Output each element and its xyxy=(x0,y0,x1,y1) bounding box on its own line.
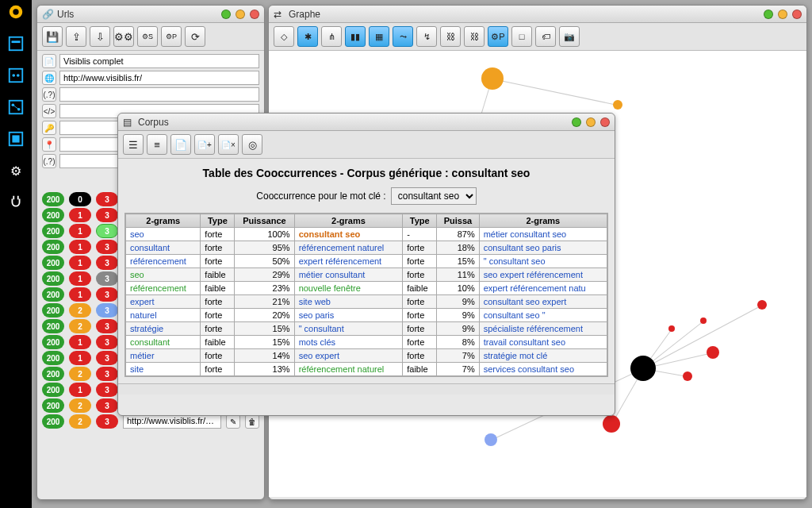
corpus-traffic-lights[interactable] xyxy=(572,117,610,127)
table-header[interactable]: 2-grams xyxy=(294,214,403,228)
table-row: siteforte13%référencement naturelfaible7… xyxy=(126,363,607,376)
graph-node[interactable] xyxy=(668,325,675,332)
table-cell[interactable]: consultant seo xyxy=(294,228,403,241)
graph-node[interactable] xyxy=(485,433,497,446)
link1-button[interactable]: ⤳ xyxy=(393,26,413,47)
table-cell[interactable]: " consultant xyxy=(294,322,403,336)
table-cell[interactable]: site web xyxy=(294,295,403,309)
table-cell[interactable]: services consultant seo xyxy=(479,363,607,376)
corpus-scrollbar[interactable] xyxy=(118,383,615,394)
table-cell[interactable]: seo expert référencement xyxy=(479,268,607,282)
page-button[interactable]: 📄 xyxy=(170,134,191,155)
link2-button[interactable]: ↯ xyxy=(416,26,437,47)
edit-button[interactable]: ✎ xyxy=(226,414,240,429)
panel-3-icon[interactable] xyxy=(7,98,25,116)
list-num-button[interactable]: ≡ xyxy=(147,134,167,155)
table-cell[interactable]: seo xyxy=(126,268,201,282)
graph-node[interactable] xyxy=(683,371,692,381)
chain1-button[interactable]: ⛓ xyxy=(440,26,461,47)
table-cell[interactable]: travail consultant seo xyxy=(479,336,607,349)
url-row[interactable]: 200 2 3 http://www.visiblis.fr/a... ✎🗑 xyxy=(42,414,259,429)
bars-button[interactable]: ▮▮ xyxy=(345,26,366,47)
table-cell[interactable]: métier xyxy=(126,349,201,363)
url-path: http://www.visiblis.fr/a... xyxy=(123,414,221,429)
shape-button[interactable]: ◇ xyxy=(274,26,294,47)
delete-button[interactable]: 🗑 xyxy=(245,414,259,429)
gears-s-button[interactable]: ⚙S xyxy=(137,26,158,47)
table-header[interactable]: Type xyxy=(201,214,235,228)
table-cell[interactable]: stratégie mot clé xyxy=(479,349,607,363)
regex-input[interactable] xyxy=(59,87,259,102)
cooccurrence-table-wrap[interactable]: 2-gramsTypePuissance2-gramsTypePuissa2-g… xyxy=(124,213,608,377)
tag-button[interactable]: 🏷 xyxy=(535,26,556,47)
table-cell[interactable]: expert référencement natu xyxy=(479,282,607,295)
table-cell[interactable]: seo expert xyxy=(294,349,403,363)
panel-4-icon[interactable] xyxy=(7,130,25,148)
table-cell[interactable]: expert référencement xyxy=(294,255,403,268)
table-cell[interactable]: métier consultant seo xyxy=(479,228,607,241)
camera-button[interactable]: 📷 xyxy=(559,26,580,47)
export-button[interactable]: ⇪ xyxy=(66,26,86,47)
gears-p-button[interactable]: ⚙P xyxy=(161,26,182,47)
table-cell[interactable]: consultant seo expert xyxy=(479,295,607,309)
graph-node[interactable] xyxy=(481,67,504,90)
table-cell[interactable]: site xyxy=(126,363,201,376)
refresh-button[interactable]: ⟳ xyxy=(185,26,205,47)
table-cell[interactable]: consultant seo paris xyxy=(479,241,607,255)
table-cell[interactable]: mots clés xyxy=(294,336,403,349)
table-cell[interactable]: stratégie xyxy=(126,322,201,336)
urls-titlebar[interactable]: 🔗 Urls xyxy=(37,6,264,23)
table-cell[interactable]: naturel xyxy=(126,309,201,322)
gear-icon[interactable]: ⚙ xyxy=(7,162,25,179)
graph-node[interactable] xyxy=(757,300,767,310)
target-button[interactable]: ◎ xyxy=(242,134,262,155)
corpus-titlebar[interactable]: ▤ Corpus xyxy=(118,114,615,131)
graph-node[interactable] xyxy=(707,346,719,359)
table-cell[interactable]: seo paris xyxy=(294,309,403,322)
table-cell[interactable]: nouvelle fenêtre xyxy=(294,282,403,295)
name-input[interactable] xyxy=(59,54,259,68)
grid-button[interactable]: ▦ xyxy=(369,26,389,47)
table-cell[interactable]: " consultant seo xyxy=(479,255,607,268)
table-cell[interactable]: référencement naturel xyxy=(294,241,403,255)
table-cell[interactable]: référencement xyxy=(126,282,201,295)
table-cell[interactable]: expert xyxy=(126,295,201,309)
cluster-button[interactable]: ✱ xyxy=(297,26,318,47)
graphe-traffic-lights[interactable] xyxy=(764,10,802,19)
square-button[interactable]: □ xyxy=(511,26,532,47)
table-header[interactable]: Type xyxy=(403,214,437,228)
url-input[interactable] xyxy=(59,71,259,85)
table-cell[interactable]: consultant seo " xyxy=(479,309,607,322)
table-cell[interactable]: spécialiste référencement xyxy=(479,322,607,336)
plug-icon[interactable] xyxy=(7,194,25,211)
page-plus-button[interactable]: 📄+ xyxy=(194,134,215,155)
table-header[interactable]: Puissa xyxy=(437,214,480,228)
table-cell[interactable]: seo xyxy=(126,228,201,241)
p-mode-button[interactable]: ⚙P xyxy=(488,26,508,47)
list-button[interactable]: ☰ xyxy=(123,134,144,155)
graph-node[interactable] xyxy=(700,318,707,324)
app-sidebar: ⚙ xyxy=(0,0,32,508)
page-x-button[interactable]: 📄× xyxy=(218,134,239,155)
graph-node[interactable] xyxy=(613,100,622,110)
table-header[interactable]: 2-grams xyxy=(126,214,201,228)
corpus-keyword-select[interactable]: consultant seo xyxy=(391,187,477,205)
download-button[interactable]: ⇩ xyxy=(90,26,110,47)
gears-button[interactable]: ⚙⚙ xyxy=(113,26,134,47)
tree-button[interactable]: ⋔ xyxy=(321,26,342,47)
table-cell[interactable]: référencement xyxy=(126,255,201,268)
table-cell[interactable]: référencement naturel xyxy=(294,363,403,376)
graph-node[interactable] xyxy=(630,356,656,381)
chain2-button[interactable]: ⛓ xyxy=(464,26,485,47)
panel-1-icon[interactable] xyxy=(7,35,25,52)
urls-traffic-lights[interactable] xyxy=(221,10,259,19)
graphe-titlebar[interactable]: ⇄ Graphe xyxy=(269,6,806,23)
panel-2-icon[interactable] xyxy=(7,67,25,84)
table-cell[interactable]: métier consultant xyxy=(294,268,403,282)
graph-node[interactable] xyxy=(603,415,620,433)
table-header[interactable]: Puissance xyxy=(235,214,294,228)
table-header[interactable]: 2-grams xyxy=(479,214,607,228)
table-cell[interactable]: consultant xyxy=(126,241,201,255)
table-cell[interactable]: consultant xyxy=(126,336,201,349)
save-button[interactable]: 💾 xyxy=(42,26,63,47)
